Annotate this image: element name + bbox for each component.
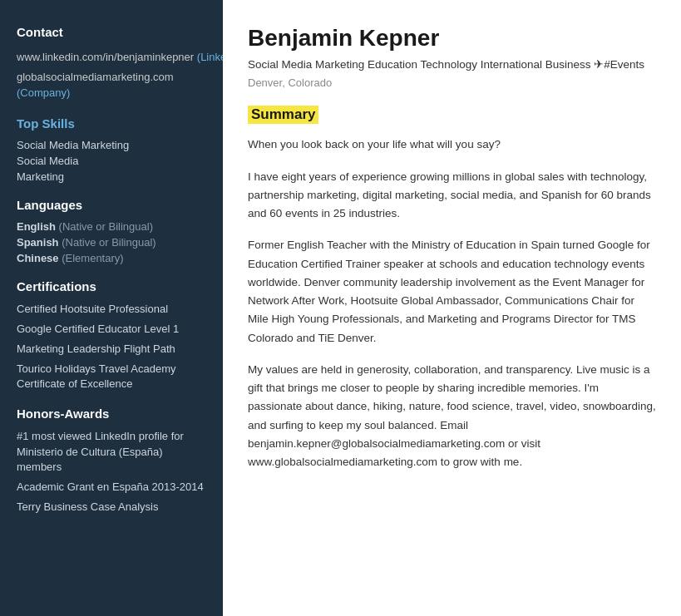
contact-label: Contact (17, 25, 206, 39)
cert-1: Certified Hootsuite Professional (17, 302, 206, 317)
honor-2: Academic Grant en España 2013-2014 (17, 480, 206, 495)
profile-headline: Social Media Marketing Education Technol… (248, 57, 656, 73)
certifications-label: Certifications (17, 279, 206, 293)
languages-label: Languages (17, 198, 206, 212)
main-content: Benjamin Kepner Social Media Marketing E… (223, 0, 681, 616)
languages-section: Languages English (Native or Bilingual) … (17, 198, 206, 264)
sidebar: Contact www.linkedin.com/in/benjaminkepn… (0, 0, 223, 616)
linkedin-url: www.linkedin.com/in/benjaminkepner (Link… (17, 49, 206, 66)
skill-3: Marketing (17, 170, 206, 183)
company-url: globalsocialmediamarketing.com (Company) (17, 69, 206, 101)
honors-label: Honors-Awards (17, 407, 206, 421)
honors-section: Honors-Awards #1 most viewed LinkedIn pr… (17, 407, 206, 515)
top-skills-section: Top Skills Social Media Marketing Social… (17, 116, 206, 183)
profile-name: Benjamin Kepner (248, 25, 656, 52)
summary-para-2: I have eight years of experience growing… (248, 168, 656, 224)
cert-2: Google Certified Educator Level 1 (17, 322, 206, 337)
honor-1: #1 most viewed LinkedIn profile for Mini… (17, 429, 206, 475)
linkedin-link[interactable]: (LinkedIn) (197, 51, 223, 63)
certifications-section: Certifications Certified Hootsuite Profe… (17, 279, 206, 392)
language-spanish: Spanish (Native or Bilingual) (17, 236, 206, 249)
language-english: English (Native or Bilingual) (17, 220, 206, 233)
skill-2: Social Media (17, 155, 206, 167)
skill-1: Social Media Marketing (17, 139, 206, 151)
summary-heading: Summary (248, 106, 318, 124)
summary-para-1: When you look back on your life what wil… (248, 136, 656, 154)
summary-para-4: My values are held in generosity, collab… (248, 361, 656, 472)
top-skills-label: Top Skills (17, 116, 206, 131)
summary-heading-wrapper: Summary (248, 106, 656, 136)
language-chinese: Chinese (Elementary) (17, 252, 206, 264)
honor-3: Terry Business Case Analysis (17, 500, 206, 515)
contact-section: Contact www.linkedin.com/in/benjaminkepn… (17, 25, 206, 101)
company-link[interactable]: (Company) (17, 86, 70, 99)
cert-3: Marketing Leadership Flight Path (17, 342, 206, 357)
cert-4: Tourico Holidays Travel Academy Certific… (17, 362, 206, 392)
summary-para-3: Former English Teacher with the Ministry… (248, 236, 656, 347)
profile-location: Denver, Colorado (248, 76, 656, 89)
